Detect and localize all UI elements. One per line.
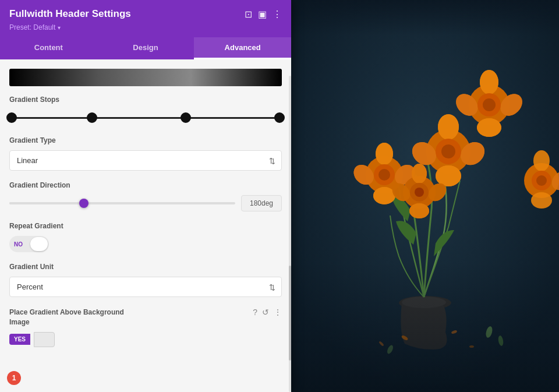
panel-title: Fullwidth Header Settings — [9, 8, 131, 20]
toggle-knob — [30, 237, 48, 251]
gradient-stops-label: Gradient Stops — [9, 96, 282, 104]
svg-point-11 — [436, 165, 461, 186]
stop-dot-0[interactable] — [6, 112, 17, 123]
help-icon[interactable]: ? — [253, 308, 257, 317]
gradient-direction-section: Gradient Direction 180deg — [9, 181, 282, 211]
place-gradient-section: Place Gradient Above Background Image ? … — [9, 308, 282, 347]
svg-point-22 — [373, 187, 395, 204]
direction-row: 180deg — [9, 195, 282, 211]
step-badge: 1 — [7, 371, 21, 385]
svg-rect-61 — [291, 0, 559, 116]
svg-rect-62 — [291, 262, 559, 392]
panel-content: Gradient Stops Gradient Type Linear Radi… — [0, 59, 291, 392]
gradient-type-section: Gradient Type Linear Radial ⇅ — [9, 136, 282, 171]
yes-button[interactable]: YES — [9, 334, 30, 345]
svg-point-9 — [438, 114, 459, 140]
svg-point-40 — [531, 192, 552, 209]
svg-point-33 — [477, 118, 501, 137]
stop-dot-2[interactable] — [181, 112, 191, 123]
svg-point-20 — [376, 143, 393, 165]
place-gradient-icons: ? ↺ ⋮ — [253, 308, 282, 317]
more-icon[interactable]: ⋮ — [273, 9, 282, 20]
stop-dot-1[interactable] — [87, 112, 97, 123]
repeat-gradient-toggle[interactable]: NO — [9, 236, 49, 252]
gradient-unit-select-wrapper: Percent Pixel ⇅ — [9, 277, 282, 297]
toggle-yes-label: NO — [10, 241, 26, 248]
gradient-unit-select[interactable]: Percent Pixel — [10, 277, 281, 296]
gradient-direction-label: Gradient Direction — [9, 181, 282, 189]
scrollbar-thumb[interactable] — [289, 266, 291, 361]
svg-point-25 — [378, 169, 390, 181]
preset-row[interactable]: Preset: Default ▾ — [9, 23, 282, 31]
direction-value: 180deg — [241, 195, 282, 211]
panel-header-top: Fullwidth Header Settings ⊡ ▣ ⋮ — [9, 8, 282, 20]
gradient-type-select[interactable]: Linear Radial — [10, 151, 281, 170]
preset-arrow: ▾ — [58, 24, 61, 31]
more-options-icon[interactable]: ⋮ — [274, 308, 282, 317]
header-icons: ⊡ ▣ ⋮ — [245, 9, 282, 20]
tab-design[interactable]: Design — [97, 37, 194, 59]
background-image-area — [291, 0, 559, 392]
stops-track[interactable] — [12, 110, 280, 126]
stop-dot-3[interactable] — [274, 112, 285, 123]
flowers-svg — [291, 0, 559, 392]
direction-slider-fill — [9, 202, 84, 204]
place-gradient-header: Place Gradient Above Background Image ? … — [9, 308, 282, 327]
svg-point-53 — [415, 188, 424, 197]
tabs-bar: Content Design Advanced — [0, 37, 291, 59]
gradient-type-select-wrapper: Linear Radial ⇅ — [9, 150, 282, 171]
place-gradient-toggle-row: YES — [9, 332, 282, 347]
reset-icon[interactable]: ↺ — [262, 308, 269, 317]
gradient-type-label: Gradient Type — [9, 136, 282, 144]
scrollbar-track — [289, 76, 291, 392]
gradient-preview-bar — [9, 69, 282, 86]
direction-slider-thumb[interactable] — [79, 199, 89, 208]
tab-content[interactable]: Content — [0, 37, 97, 59]
gradient-unit-label: Gradient Unit — [9, 263, 282, 271]
gradient-stops-section: Gradient Stops — [9, 96, 282, 126]
repeat-gradient-label: Repeat Gradient — [9, 222, 282, 230]
place-gradient-label: Place Gradient Above Background Image — [9, 308, 124, 327]
preset-label: Preset: Default — [9, 23, 55, 31]
direction-slider-track[interactable] — [9, 202, 235, 204]
repeat-gradient-section: Repeat Gradient NO — [9, 222, 282, 252]
toggle-off-area[interactable] — [34, 332, 55, 347]
svg-point-50 — [409, 203, 429, 218]
svg-point-14 — [441, 144, 455, 158]
flower-background — [291, 0, 559, 392]
settings-panel: Fullwidth Header Settings ⊡ ▣ ⋮ Preset: … — [0, 0, 291, 392]
stops-line — [12, 117, 280, 119]
gradient-unit-section: Gradient Unit Percent Pixel ⇅ — [9, 263, 282, 297]
tab-advanced[interactable]: Advanced — [194, 37, 291, 59]
panel-header: Fullwidth Header Settings ⊡ ▣ ⋮ Preset: … — [0, 0, 291, 37]
layout-icon[interactable]: ▣ — [258, 9, 267, 20]
svg-point-38 — [533, 150, 550, 171]
svg-point-42 — [536, 175, 547, 186]
svg-point-48 — [412, 164, 427, 183]
viewport-icon[interactable]: ⊡ — [245, 9, 252, 20]
